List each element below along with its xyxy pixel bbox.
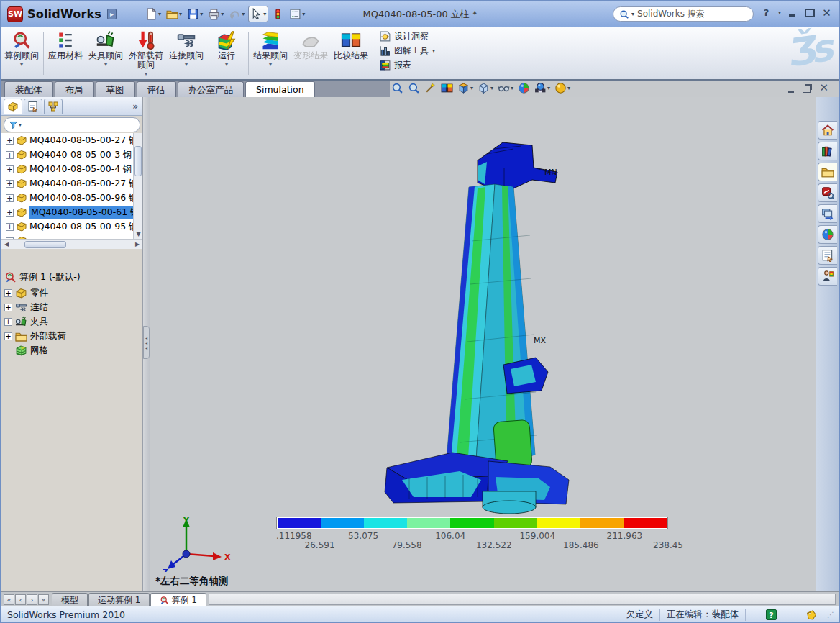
- expand-icon[interactable]: +: [6, 223, 14, 231]
- doc-restore-button[interactable]: [803, 83, 811, 93]
- tree-row[interactable]: +MQ4040-08-05-00-95 钢: [1, 219, 142, 234]
- scroll-left-arrow[interactable]: ◀: [1, 241, 12, 247]
- first-tab-button[interactable]: «: [4, 594, 14, 605]
- taskpane-design-library-tab[interactable]: [818, 142, 837, 160]
- ribbon-run[interactable]: 运行▾: [206, 27, 247, 79]
- interference-detection-button[interactable]: [270, 6, 286, 22]
- tab-model[interactable]: 模型: [52, 593, 88, 606]
- new-document-button[interactable]: ▾: [144, 6, 163, 22]
- menu-expand-arrow[interactable]: ▸: [107, 9, 117, 19]
- taskpane-home-tab[interactable]: [818, 121, 837, 140]
- hide-show-items-button[interactable]: ▾: [498, 82, 513, 94]
- expand-icon[interactable]: +: [6, 194, 14, 202]
- tree-vertical-scrollbar[interactable]: ▼: [133, 133, 142, 239]
- view-orientation-button[interactable]: ▾: [457, 82, 473, 94]
- ribbon-study-advisor[interactable]: 算例顾问▾: [1, 27, 42, 79]
- tree-row[interactable]: +MQ4040-08-05-00-4 钢: [1, 162, 142, 176]
- ribbon-compare-results[interactable]: 比较结果: [331, 27, 371, 79]
- section-view-button[interactable]: [441, 82, 453, 94]
- tab-simulation[interactable]: Simulation: [245, 81, 315, 97]
- tree-row[interactable]: +MQ4040-08-05-00-96 钢: [1, 191, 142, 205]
- panel-splitter[interactable]: ◂◂◂: [143, 97, 150, 591]
- study-item-connections[interactable]: +连结: [4, 300, 141, 314]
- next-tab-button[interactable]: ›: [27, 594, 37, 605]
- display-style-button[interactable]: ▾: [478, 82, 493, 94]
- expand-icon[interactable]: +: [4, 289, 12, 297]
- resize-grip[interactable]: ⋰: [827, 611, 836, 619]
- previous-view-button[interactable]: [424, 82, 437, 94]
- chevron-down-icon[interactable]: ▾: [185, 61, 188, 68]
- expand-icon[interactable]: +: [6, 209, 14, 217]
- ribbon-results-advisor[interactable]: 结果顾问▾: [250, 27, 291, 79]
- view-settings-button[interactable]: ▾: [554, 82, 570, 94]
- expand-icon[interactable]: +: [6, 137, 14, 145]
- chevron-down-icon[interactable]: ▾: [432, 47, 435, 54]
- study-item-mesh[interactable]: 网格: [4, 343, 141, 358]
- panel-collapse-handle[interactable]: ◂◂◂: [143, 326, 150, 359]
- study-root[interactable]: 算例 1 (-默认-): [4, 270, 141, 284]
- ribbon-connections-advisor[interactable]: 连接顾问▾: [166, 27, 206, 79]
- doc-minimize-button[interactable]: [788, 83, 794, 93]
- tab-assembly[interactable]: 装配体: [4, 81, 53, 97]
- save-button[interactable]: ▾: [186, 6, 204, 22]
- chevron-down-icon[interactable]: ▾: [19, 122, 22, 128]
- tree-row[interactable]: +MQ4040-08-05-00-27 钢: [1, 176, 142, 191]
- expand-icon[interactable]: +: [4, 318, 12, 326]
- expand-icon[interactable]: +: [6, 151, 14, 159]
- tree-row-selected[interactable]: +MQ4040-08-05-00-61 钢: [1, 205, 142, 219]
- feature-manager-tab[interactable]: [4, 99, 22, 114]
- tree-filter-input[interactable]: ▾: [4, 117, 140, 132]
- last-tab-button[interactable]: »: [38, 594, 49, 605]
- doc-close-button[interactable]: ✕: [819, 83, 828, 93]
- tab-evaluate[interactable]: 评估: [137, 81, 176, 97]
- study-item-external-loads[interactable]: +外部载荷: [4, 329, 141, 343]
- chevron-down-icon[interactable]: ▾: [104, 61, 107, 68]
- graphics-viewport[interactable]: MN MX .111958 26.591: [150, 97, 818, 591]
- panel-overflow-chevron[interactable]: »: [132, 101, 138, 112]
- undo-button[interactable]: ▾: [227, 6, 246, 22]
- tab-motion-study[interactable]: 运动算例 1: [88, 593, 150, 606]
- apply-scene-button[interactable]: ▾: [534, 82, 550, 94]
- taskpane-view-palette-tab[interactable]: [818, 204, 837, 223]
- tab-sketch[interactable]: 草图: [96, 81, 135, 97]
- taskpane-appearances-tab[interactable]: [818, 225, 837, 244]
- close-button[interactable]: ✕: [821, 7, 833, 18]
- expand-icon[interactable]: +: [6, 165, 14, 173]
- search-input[interactable]: ▾ SolidWorks 搜索: [613, 6, 754, 22]
- chevron-down-icon[interactable]: ▾: [145, 71, 147, 77]
- ribbon-plot-tools[interactable]: 图解工具▾: [379, 45, 435, 57]
- tab-layout[interactable]: 布局: [55, 81, 94, 97]
- chevron-down-icon[interactable]: ▾: [20, 61, 23, 68]
- tree-row-clipped[interactable]: +: [1, 234, 142, 239]
- tree-horizontal-scrollbar[interactable]: ◀ ▶: [1, 239, 142, 249]
- property-manager-tab[interactable]: [24, 99, 42, 114]
- chevron-down-icon[interactable]: ▾: [269, 61, 272, 68]
- minimize-button[interactable]: [786, 7, 798, 18]
- expand-icon[interactable]: +: [4, 332, 12, 340]
- tree-row[interactable]: +MQ4040-08-05-00-27 钢: [1, 133, 142, 147]
- ribbon-external-loads-advisor[interactable]: 外部载荷顾问▾: [126, 27, 166, 79]
- options-button[interactable]: ▾: [288, 6, 306, 22]
- prev-tab-button[interactable]: ‹: [15, 594, 26, 605]
- scrollbar-thumb[interactable]: [24, 241, 66, 248]
- tree-row[interactable]: +MQ4040-08-05-00-3 钢: [1, 147, 142, 162]
- study-item-parts[interactable]: +零件: [4, 286, 141, 300]
- ribbon-apply-material[interactable]: 应用材料: [45, 27, 86, 79]
- ribbon-fixtures-advisor[interactable]: 夹具顾问▾: [86, 27, 126, 79]
- taskpane-forum-tab[interactable]: [818, 267, 837, 286]
- print-button[interactable]: ▾: [206, 6, 225, 22]
- quick-tips-icon[interactable]: ?: [766, 609, 777, 620]
- tab-study-1[interactable]: 算例 1: [150, 593, 206, 606]
- expand-icon[interactable]: +: [6, 180, 14, 188]
- tag-icon[interactable]: [805, 609, 817, 621]
- scrollbar-thumb[interactable]: [134, 146, 142, 176]
- chevron-down-icon[interactable]: ▾: [225, 61, 228, 68]
- scroll-down-arrow[interactable]: ▼: [134, 229, 143, 239]
- scroll-right-arrow[interactable]: ▶: [132, 241, 142, 247]
- zoom-to-area-button[interactable]: [408, 82, 420, 94]
- zoom-to-fit-button[interactable]: [391, 82, 403, 94]
- taskpane-file-explorer-tab[interactable]: [818, 163, 837, 181]
- ribbon-design-insight[interactable]: 设计洞察: [379, 30, 435, 42]
- tab-office-products[interactable]: 办公室产品: [178, 81, 245, 97]
- taskpane-search-tab[interactable]: [818, 183, 837, 202]
